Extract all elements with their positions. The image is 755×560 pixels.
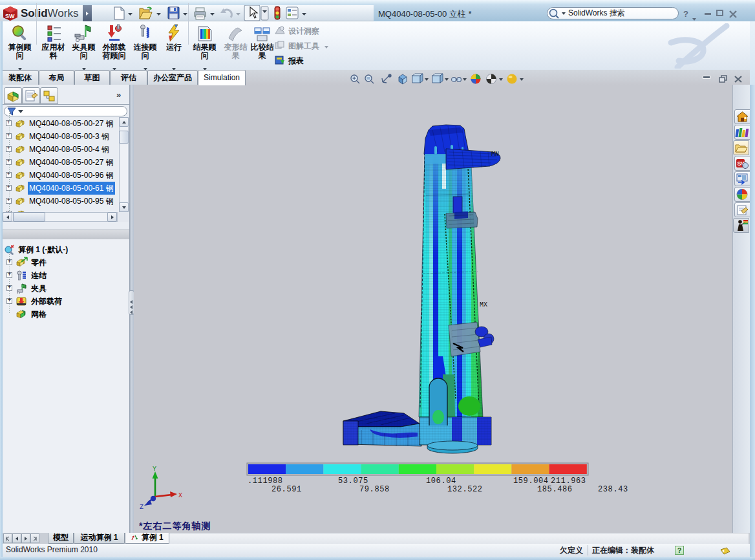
svg-text:53.075: 53.075: [338, 477, 368, 486]
svg-text:106.04: 106.04: [426, 477, 456, 486]
svg-text:211.963: 211.963: [551, 477, 586, 486]
svg-text:26.591: 26.591: [271, 485, 302, 494]
svg-text:132.522: 132.522: [447, 485, 483, 494]
svg-text:Z: Z: [140, 504, 144, 511]
svg-text:79.858: 79.858: [359, 485, 390, 494]
svg-text:X: X: [178, 492, 182, 499]
svg-text:SW: SW: [5, 13, 15, 19]
svg-text:238.43: 238.43: [598, 485, 628, 494]
svg-text:185.486: 185.486: [537, 485, 573, 494]
svg-text:MX: MX: [480, 301, 487, 308]
svg-text:MN: MN: [491, 151, 499, 158]
svg-text:.111988: .111988: [248, 477, 283, 486]
svg-text:Y: Y: [153, 466, 156, 473]
svg-text:159.004: 159.004: [513, 477, 549, 486]
